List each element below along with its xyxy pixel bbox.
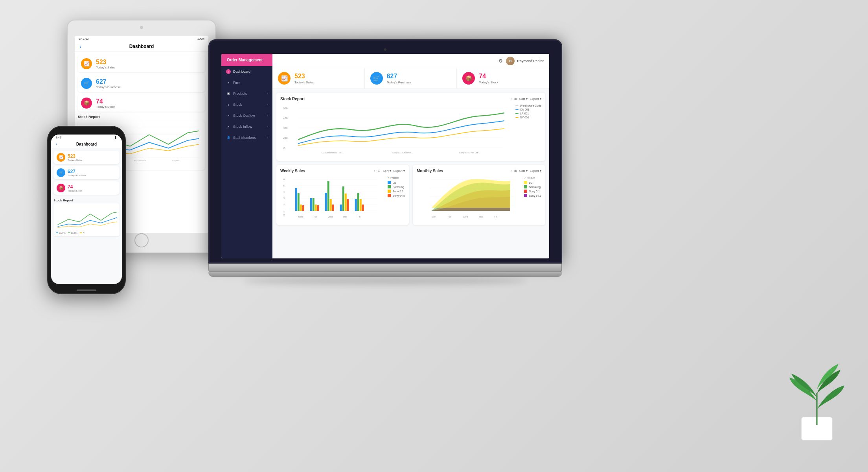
tablet-home-button[interactable] [134,233,149,247]
phone-bezel: 9:41 ▌ ‹ Dashboard 📈 [47,126,126,294]
phone-purchase-left: 🛒 627 Today's Purchase [57,168,86,177]
legend-ny001-dot [515,117,519,118]
svg-rect-47 [325,193,327,211]
legend-ny001: NY-001 [515,116,541,119]
svg-text:0: 0 [283,214,285,216]
stock-report-controls: › ⊞ Sort ▾ Export ▾ [511,97,541,101]
weekly-product-label: ✓ Product [388,176,405,179]
weekly-legend-sony645: Sony 64.5 [388,194,405,197]
svg-rect-55 [355,199,357,211]
legend-la001-label: LA-001 [520,112,529,115]
weekly-lg-label: LG [392,181,396,184]
monthly-legend-sony51: Sony 5.1 [524,190,541,193]
monthly-lg-label: LG [529,181,532,184]
phone-purchase-value: 627 [68,169,86,174]
phone-stat-purchase: 🛒 627 Today's Purchase [53,166,120,179]
tablet-purchase-label: Today's Purchase [96,85,121,89]
tablet-camera [140,26,143,29]
phone-title: Dashboard [76,142,97,146]
svg-text:6: 6 [283,178,285,181]
tablet-time: 9:41 AM [79,37,89,40]
monthly-export-button[interactable]: Export ▾ [530,169,541,173]
monthly-header: Monthly Sales › ⊞ Sort ▾ Export ▾ [417,169,541,173]
svg-text:Sony 5.1 Channel...: Sony 5.1 Channel... [134,160,147,162]
svg-text:360: 360 [283,127,288,129]
stat-sales-content: 523 Today's Sales [294,73,314,84]
tablet-status-bar: 9:41 AM 100% [75,36,208,41]
monthly-legend-sony645: Sony 64.5 [524,194,541,197]
stock-prev-icon[interactable]: › [511,97,512,101]
tablet-battery: 100% [197,37,204,40]
stock-grid-icon[interactable]: ⊞ [514,97,517,101]
sidebar-item-dashboard[interactable]: ⌂ Dashboard [221,66,272,77]
svg-text:Fri: Fri [358,216,360,218]
monthly-grid-icon[interactable]: ⊞ [514,169,517,173]
weekly-sony51-dot [388,190,391,193]
phone-legend-ca-dot [56,232,58,233]
svg-rect-41 [300,205,302,211]
weekly-sort-button[interactable]: Sort ▾ [383,169,391,173]
tablet-back-button[interactable]: ‹ [79,43,81,50]
monthly-sort-button[interactable]: Sort ▾ [519,169,528,173]
tablet-purchase-value: 627 [96,78,121,85]
sidebar-item-stock-inflow[interactable]: ↙ Stock Inflow › [221,121,272,132]
phone-top-bar: ‹ Dashboard [51,140,122,148]
svg-rect-57 [360,199,362,211]
svg-text:Sony 5.1 Channel...: Sony 5.1 Channel... [392,151,413,154]
weekly-chart-svg: 6 5 4 3 2 1 0 [280,176,384,219]
weekly-sony51-label: Sony 5.1 [392,190,403,193]
phone-status-bar: 9:41 ▌ [51,135,122,140]
tablet-stock-title: Stock Report [78,115,100,119]
sidebar-item-firm[interactable]: ≡ Firm [221,77,272,88]
svg-text:Wed: Wed [463,216,468,218]
tablet-stock-report-label: Stock Report [75,115,208,119]
tablet-stock-icon: 📦 [81,98,92,109]
tablet-sales-icon: 📈 [81,58,92,69]
weekly-samsung-dot [388,185,391,188]
sidebar-item-stock-outflow[interactable]: ↗ Stock Outflow › [221,110,272,121]
stock-chart-svg: 600 480 360 240 0 [280,104,512,155]
stock-report-header: Stock Report › ⊞ Sort ▾ Export ▾ [280,97,541,101]
weekly-legend-samsung: Samsung [388,185,405,188]
monthly-prev-icon[interactable]: › [511,169,512,173]
phone-stock-text: 74 Today's Stock [68,184,82,192]
stock-export-button[interactable]: Export ▾ [530,97,541,101]
legend-ca001-dot [515,109,519,110]
gear-icon[interactable]: ⚙ [498,58,503,64]
phone-stock-icon: 📦 [57,184,65,192]
legend-ca001: CA-001 [515,108,541,111]
laptop-foot [208,272,562,277]
monthly-chart-container: Mon Tue Wed Thu Fri [417,176,541,221]
tablet-sales-info: 523 Today's Sales [96,59,115,69]
staff-icon: 👤 [226,135,231,140]
svg-text:Wed: Wed [328,216,333,218]
weekly-prev-icon[interactable]: › [374,169,375,173]
svg-text:Tue: Tue [447,216,452,218]
stock-inflow-icon: ↙ [226,124,231,129]
tablet-stat-sales: 📈 523 Today's Sales [78,55,205,72]
phone-screen: 9:41 ▌ ‹ Dashboard 📈 [51,135,122,284]
phone-stock-chart-svg [56,206,117,229]
stock-report-title: Stock Report [280,97,305,101]
phone-back-button[interactable]: ‹ [56,142,57,146]
monthly-samsung-label: Samsung [529,186,541,188]
stock-sort-button[interactable]: Sort ▾ [519,97,528,101]
phone-dashboard: 9:41 ▌ ‹ Dashboard 📈 [51,135,122,284]
tablet-stock-label: Today's Stock [96,105,115,109]
phone-chart-section: Stock Report CA-001 [51,197,122,238]
tablet-title: Dashboard [129,44,154,49]
outflow-arrow-icon: › [267,114,268,117]
svg-text:LG Electronics Flat...: LG Electronics Flat... [322,151,344,154]
phone-stats: 📈 523 Today's Sales 🛒 [51,148,122,197]
weekly-lg-dot [388,181,391,184]
sidebar-item-staff[interactable]: 👤 Staff Members › [221,132,272,143]
weekly-sony645-dot [388,194,391,197]
weekly-grid-icon[interactable]: ⊞ [378,169,381,173]
monthly-product-label: ✓ Product [524,176,541,179]
weekly-sales-card: Weekly Sales › ⊞ Sort ▾ Export ▾ [276,165,409,225]
tablet-sales-value: 523 [96,59,115,66]
sidebar-item-products[interactable]: ▣ Products › [221,88,272,99]
weekly-export-button[interactable]: Export ▾ [394,169,405,173]
legend-ca001-label: CA-001 [520,108,530,111]
sidebar-item-stock[interactable]: ↕ Stock › [221,99,272,110]
